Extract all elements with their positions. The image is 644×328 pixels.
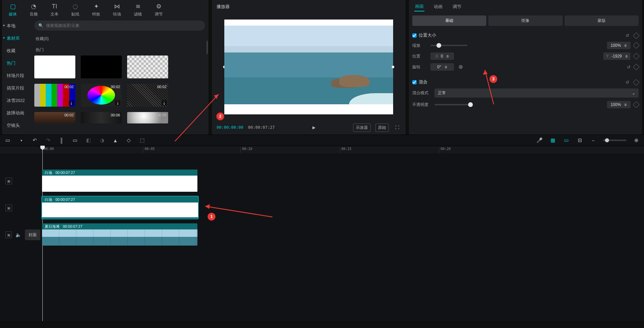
align-button[interactable]: ⊟ bbox=[576, 137, 583, 144]
opacity-slider[interactable] bbox=[434, 104, 471, 105]
search-input[interactable] bbox=[46, 23, 201, 28]
sidebar-item-glitch[interactable]: 故障动画 bbox=[2, 107, 31, 119]
top-tab-text[interactable]: TI文本 bbox=[48, 2, 61, 18]
scale-label: 缩放 bbox=[412, 43, 427, 48]
asset-thumb[interactable]: 00:06 bbox=[81, 112, 122, 123]
timeline-toolbar: ▭ ▾ ↶ ↷ ║ ▭ ◧ ◑ ▲ ◇ ⬚ 🎤 ▦ ▭ ⊟ − ⊕ bbox=[0, 135, 644, 146]
annotation-3: 3 bbox=[490, 75, 497, 83]
sidebar-item-fav[interactable]: 收藏 bbox=[2, 45, 31, 57]
zoom-slider[interactable] bbox=[603, 140, 627, 141]
delete-button[interactable]: ▭ bbox=[71, 137, 79, 144]
mute-icon[interactable]: 🔈 bbox=[15, 231, 22, 238]
keyframe-icon[interactable] bbox=[633, 101, 640, 108]
library-sidebar: ▸ 本地▸ 素材库 收藏 热门 转场片段 搞笑片段 冰雪2022 故障动画 空镜… bbox=[2, 18, 31, 135]
sub-tab-cutout[interactable]: 抠像 bbox=[488, 15, 562, 26]
snap-button[interactable]: ▦ bbox=[549, 137, 557, 144]
track-toggle-icon[interactable]: ▣ bbox=[5, 178, 12, 184]
link-button[interactable]: ▭ bbox=[563, 137, 570, 144]
position-y-input[interactable]: Y-1929 bbox=[603, 52, 631, 60]
clip-white-1[interactable]: 白场00:00:07:27 bbox=[42, 170, 197, 192]
keyframe-icon[interactable] bbox=[633, 53, 640, 60]
clip-video[interactable]: 夏日海滩00:00:07:27 bbox=[42, 223, 197, 246]
sidebar-item-library[interactable]: ▸ 素材库 bbox=[2, 32, 31, 45]
top-tab-filter[interactable]: ≋滤镜 bbox=[131, 2, 145, 18]
mic-icon[interactable]: 🎤 bbox=[536, 137, 543, 144]
keyframe-icon[interactable] bbox=[633, 32, 640, 39]
opacity-label: 不透明度 bbox=[412, 102, 431, 108]
scrollbar[interactable] bbox=[206, 41, 208, 54]
inspector-tab-anim[interactable]: 动画 bbox=[433, 2, 443, 11]
top-tab-fx[interactable]: ✦特效 bbox=[89, 2, 103, 18]
tool-button[interactable]: ◑ bbox=[98, 137, 106, 144]
split-button[interactable]: ║ bbox=[58, 137, 65, 144]
pointer-tool[interactable]: ▭ bbox=[4, 137, 11, 144]
download-icon[interactable]: ⭳ bbox=[69, 100, 74, 106]
asset-thumb[interactable] bbox=[127, 56, 168, 78]
asset-thumb[interactable]: 00:02 bbox=[34, 112, 75, 123]
blend-checkbox[interactable] bbox=[412, 80, 417, 84]
inspector-tab-adj[interactable]: 调节 bbox=[452, 2, 462, 11]
dropdown-icon[interactable]: ▾ bbox=[17, 137, 25, 144]
sidebar-item-trclip[interactable]: 转场片段 bbox=[2, 70, 31, 82]
download-icon[interactable]: ⭳ bbox=[115, 100, 120, 106]
tool-button[interactable]: ◧ bbox=[85, 137, 92, 144]
sub-tab-basic[interactable]: 基础 bbox=[412, 15, 486, 26]
position-size-label: 位置大小 bbox=[419, 33, 436, 38]
sidebar-item-hot[interactable]: 热门 bbox=[2, 57, 31, 70]
sidebar-item-ice[interactable]: 冰雪2022 bbox=[2, 95, 31, 107]
asset-thumb[interactable]: 00:02⭳ bbox=[127, 84, 168, 107]
track-toggle-icon[interactable]: ▣ bbox=[5, 205, 12, 211]
redo-button[interactable]: ↷ bbox=[44, 137, 52, 144]
clip-white-2-selected[interactable]: 白场00:00:07:27 bbox=[42, 196, 198, 219]
scale-value[interactable]: 100% bbox=[607, 42, 631, 49]
keyframe-icon[interactable] bbox=[633, 42, 640, 49]
preview-canvas[interactable] bbox=[224, 20, 393, 114]
asset-thumb[interactable] bbox=[81, 56, 122, 78]
sidebar-item-empty[interactable]: 空镜头 bbox=[2, 119, 31, 132]
asset-thumb[interactable]: 00:05 bbox=[127, 112, 168, 123]
top-tab-audio[interactable]: ◔音频 bbox=[27, 2, 40, 18]
undo-button[interactable]: ↶ bbox=[31, 137, 38, 144]
inspector-tab-pic[interactable]: 画面 bbox=[414, 2, 424, 11]
sidebar-item-local[interactable]: ▸ 本地 bbox=[2, 20, 31, 32]
fullscreen-button[interactable]: ⛶ bbox=[393, 124, 401, 131]
reset-icon[interactable]: ↺ bbox=[627, 65, 631, 70]
search-bar[interactable]: 🔍 bbox=[34, 21, 205, 31]
zoom-out-button[interactable]: − bbox=[590, 137, 597, 144]
text-icon: TI bbox=[52, 3, 57, 10]
zoom-fit-button[interactable]: ⊕ bbox=[633, 137, 640, 144]
top-tab-transition[interactable]: ⋈转场 bbox=[110, 2, 124, 18]
keyframe-icon[interactable] bbox=[633, 79, 640, 86]
mirror-button[interactable]: ▲ bbox=[112, 137, 119, 144]
transition-icon: ⋈ bbox=[114, 3, 120, 10]
download-icon[interactable]: ⭳ bbox=[161, 100, 167, 106]
rotation-dial[interactable] bbox=[459, 65, 463, 69]
opacity-value[interactable]: 100% bbox=[607, 101, 631, 108]
media-icon: ▢ bbox=[10, 3, 16, 10]
position-size-checkbox[interactable] bbox=[412, 33, 417, 38]
position-x-input[interactable]: X0 bbox=[430, 52, 454, 60]
reset-icon[interactable]: ↺ bbox=[626, 33, 629, 38]
sub-tab-mask[interactable]: 蒙版 bbox=[565, 15, 639, 26]
reset-icon[interactable]: ↺ bbox=[626, 80, 629, 85]
play-button[interactable]: ▶ bbox=[310, 124, 317, 131]
cover-button[interactable]: 封面 bbox=[25, 229, 40, 240]
asset-thumb[interactable] bbox=[34, 56, 75, 78]
keyframe-icon[interactable] bbox=[633, 64, 640, 70]
ruler-tick: 00:10 bbox=[240, 147, 252, 153]
top-tab-media[interactable]: ▢媒体 bbox=[6, 2, 20, 18]
scale-slider[interactable] bbox=[430, 45, 467, 46]
asset-thumb[interactable]: 00:02⭳ bbox=[81, 84, 122, 107]
scope-button[interactable]: 示波器 bbox=[353, 123, 371, 132]
original-button[interactable]: 原始 bbox=[375, 123, 389, 132]
top-tab-adjust[interactable]: ⚙调节 bbox=[152, 2, 165, 18]
sidebar-item-funny[interactable]: 搞笑片段 bbox=[2, 82, 31, 95]
blend-mode-select[interactable]: 正常 ⌄ bbox=[434, 88, 639, 98]
rotate-button[interactable]: ◇ bbox=[125, 137, 132, 144]
time-ruler[interactable]: 00:0000:0500:1000:1500:20 bbox=[0, 146, 644, 154]
crop-button[interactable]: ⬚ bbox=[139, 137, 146, 144]
top-tab-sticker[interactable]: ◌贴纸 bbox=[69, 2, 82, 18]
rotation-input[interactable]: 0° bbox=[430, 63, 454, 71]
track-toggle-icon[interactable]: ▣ bbox=[5, 231, 12, 238]
asset-thumb[interactable]: 00:02⭳ bbox=[34, 84, 75, 107]
